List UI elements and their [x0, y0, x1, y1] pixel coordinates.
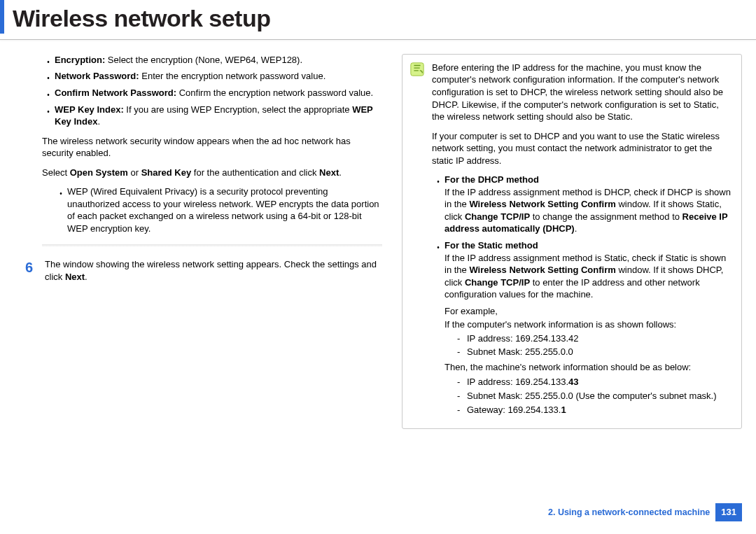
page-title: Wireless network setup: [0, 0, 756, 35]
dash-subnet-mask-2: Subnet Mask: 255.255.0.0 (Use the comput…: [444, 390, 733, 402]
dash-ip-address-1: IP address: 169.254.133.42: [444, 332, 733, 345]
info-note-box: Before entering the IP address for the m…: [402, 54, 742, 429]
bullet-static-method: For the Static method If the IP address …: [432, 239, 733, 417]
note-paragraph-1: Before entering the IP address for the m…: [432, 62, 733, 123]
bullet-text: For the Static method If the IP address …: [444, 239, 733, 417]
bullet-dot-icon: [42, 54, 55, 66]
bullet-confirm-password: Confirm Network Password: Confirm the en…: [42, 87, 382, 99]
bullet-dot-icon: [432, 239, 444, 417]
bullet-wep-explanation: WEP (Wired Equivalent Privacy) is a secu…: [42, 185, 382, 234]
bullet-text: WEP Key Index: If you are using WEP Encr…: [55, 104, 382, 128]
left-column: Encryption: Select the encryption (None,…: [42, 54, 382, 437]
footer-page-number: 131: [715, 503, 742, 521]
svg-rect-0: [411, 63, 424, 76]
then-text: Then, the machine's network information …: [444, 361, 733, 374]
dash-gateway: Gateway: 169.254.133.1: [444, 404, 733, 416]
bullet-dot-icon: [42, 70, 55, 83]
dash-subnet-mask-1: Subnet Mask: 255.255.0.0: [444, 346, 733, 358]
dash-ip-address-2: IP address: 169.254.133.43: [444, 376, 733, 388]
content-columns: Encryption: Select the encryption (None,…: [0, 54, 756, 437]
for-example-text: For example,: [444, 305, 733, 318]
footer-chapter-text: 2. Using a network-connected machine: [548, 507, 710, 519]
bullet-dot-icon: [432, 174, 444, 235]
title-divider: [0, 39, 756, 40]
bullet-network-password: Network Password: Enter the encryption n…: [42, 70, 382, 83]
title-accent-bar: [0, 0, 4, 34]
bullet-text: Confirm Network Password: Confirm the en…: [55, 87, 382, 99]
section-divider: [42, 244, 382, 247]
dash-icon: [457, 390, 467, 402]
right-column: Before entering the IP address for the m…: [402, 54, 742, 437]
dash-icon: [457, 404, 467, 416]
page-footer: 2. Using a network-connected machine 131: [548, 503, 742, 521]
bullet-text: For the DHCP method If the IP address as…: [444, 174, 733, 235]
note-icon: [410, 62, 425, 77]
step-number: 6: [25, 258, 45, 277]
bullet-dhcp-method: For the DHCP method If the IP address as…: [432, 174, 733, 235]
bullet-text: Network Password: Enter the encryption n…: [55, 70, 382, 83]
paragraph-open-system: Select Open System or Shared Key for the…: [42, 167, 382, 179]
bullet-encryption: Encryption: Select the encryption (None,…: [42, 54, 382, 66]
bullet-dot-icon: [55, 185, 67, 234]
bullet-text: Encryption: Select the encryption (None,…: [55, 54, 382, 66]
dash-icon: [457, 346, 467, 358]
follows-text: If the computer's network information is…: [444, 318, 733, 331]
dash-icon: [457, 376, 467, 388]
bullet-text: WEP (Wired Equivalent Privacy) is a secu…: [67, 185, 382, 234]
step-text: The window showing the wireless network …: [45, 258, 382, 283]
bullet-dot-icon: [42, 104, 55, 128]
note-paragraph-2: If your computer is set to DHCP and you …: [432, 130, 733, 167]
paragraph-security-window: The wireless network security window app…: [42, 135, 382, 160]
bullet-dot-icon: [42, 87, 55, 99]
step-6: 6 The window showing the wireless networ…: [25, 258, 382, 283]
dash-icon: [457, 332, 467, 345]
bullet-wep-key-index: WEP Key Index: If you are using WEP Encr…: [42, 104, 382, 128]
